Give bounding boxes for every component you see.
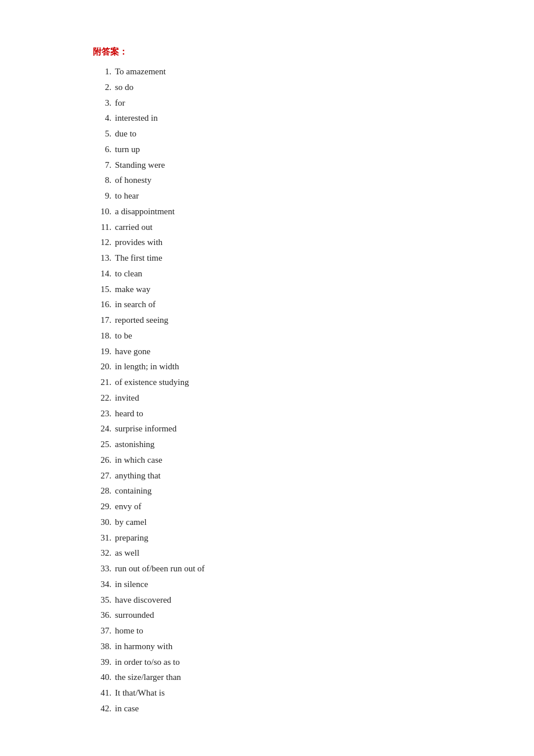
answer-text: so do	[115, 80, 134, 95]
list-item: 25.astonishing	[93, 437, 441, 452]
list-item: 14.to clean	[93, 267, 441, 281]
answer-text: Standing were	[115, 158, 165, 172]
answer-number: 30.	[93, 515, 115, 530]
answer-number: 7.	[93, 158, 115, 172]
answer-text: to hear	[115, 189, 139, 203]
list-item: 23.heard to	[93, 406, 441, 421]
answer-number: 37.	[93, 624, 115, 638]
list-item: 12.provides with	[93, 235, 441, 250]
answer-text: to clean	[115, 267, 142, 281]
answer-number: 13.	[93, 251, 115, 265]
answer-text: in length; in width	[115, 359, 179, 374]
list-item: 7.Standing were	[93, 158, 441, 172]
list-item: 30.by camel	[93, 515, 441, 530]
answer-text: surprise informed	[115, 422, 176, 436]
list-item: 8.of honesty	[93, 173, 441, 188]
answer-number: 27.	[93, 469, 115, 483]
answer-number: 8.	[93, 173, 115, 188]
answer-text: a disappointment	[115, 204, 175, 219]
answer-text: in which case	[115, 453, 163, 467]
answer-number: 16.	[93, 297, 115, 312]
answer-number: 38.	[93, 639, 115, 654]
answer-number: 42.	[93, 701, 115, 716]
list-item: 39.in order to/so as to	[93, 655, 441, 669]
answer-text: provides with	[115, 235, 163, 250]
answer-text: containing	[115, 484, 151, 498]
answer-number: 20.	[93, 359, 115, 374]
answer-number: 5.	[93, 127, 115, 141]
answer-text: interested in	[115, 111, 158, 125]
answer-number: 19.	[93, 344, 115, 359]
answer-text: have gone	[115, 344, 150, 359]
answer-text: in harmony with	[115, 639, 172, 654]
answer-text: of existence studying	[115, 375, 189, 390]
list-item: 11.carried out	[93, 220, 441, 235]
answer-number: 22.	[93, 391, 115, 405]
answer-text: due to	[115, 127, 136, 141]
list-item: 33.run out of/been run out of	[93, 561, 441, 576]
answer-text: in order to/so as to	[115, 655, 180, 669]
answer-text: reported seeing	[115, 313, 168, 327]
list-item: 42.in case	[93, 701, 441, 716]
answer-number: 35.	[93, 593, 115, 607]
answer-text: carried out	[115, 220, 153, 235]
answer-number: 39.	[93, 655, 115, 669]
answer-text: anything that	[115, 469, 161, 483]
answer-text: The first time	[115, 251, 163, 265]
answer-number: 3.	[93, 96, 115, 110]
answer-text: make way	[115, 282, 150, 297]
list-item: 26.in which case	[93, 453, 441, 467]
list-item: 13.The first time	[93, 251, 441, 265]
list-item: 36.surrounded	[93, 608, 441, 622]
answer-text: envy of	[115, 499, 141, 514]
list-item: 4.interested in	[93, 111, 441, 125]
list-item: 17.reported seeing	[93, 313, 441, 327]
answer-number: 6.	[93, 142, 115, 157]
answer-text: in case	[115, 701, 139, 716]
list-item: 40.the size/larger than	[93, 670, 441, 685]
answer-number: 23.	[93, 406, 115, 421]
list-item: 32.as well	[93, 546, 441, 560]
answer-number: 24.	[93, 422, 115, 436]
list-item: 41.It that/What is	[93, 686, 441, 700]
answer-number: 18.	[93, 329, 115, 343]
answer-number: 32.	[93, 546, 115, 560]
answer-list: 1.To amazement2.so do3.for4.interested i…	[93, 64, 441, 716]
answer-text: by camel	[115, 515, 147, 530]
list-item: 16.in search of	[93, 297, 441, 312]
answer-text: invited	[115, 391, 139, 405]
section-title: 附答案：	[93, 46, 441, 57]
list-item: 10.a disappointment	[93, 204, 441, 219]
answer-number: 28.	[93, 484, 115, 498]
answer-number: 26.	[93, 453, 115, 467]
list-item: 6.turn up	[93, 142, 441, 157]
answer-text: in silence	[115, 577, 148, 592]
answer-number: 17.	[93, 313, 115, 327]
answer-text: of honesty	[115, 173, 151, 188]
answer-text: surrounded	[115, 608, 154, 622]
answer-text: to be	[115, 329, 132, 343]
list-item: 29.envy of	[93, 499, 441, 514]
answer-text: have discovered	[115, 593, 171, 607]
answer-text: To amazement	[115, 64, 166, 79]
answer-number: 14.	[93, 267, 115, 281]
answer-number: 36.	[93, 608, 115, 622]
list-item: 20.in length; in width	[93, 359, 441, 374]
answer-number: 41.	[93, 686, 115, 700]
list-item: 18.to be	[93, 329, 441, 343]
answer-text: heard to	[115, 406, 143, 421]
answer-number: 40.	[93, 670, 115, 685]
list-item: 28.containing	[93, 484, 441, 498]
answer-number: 2.	[93, 80, 115, 95]
answer-number: 34.	[93, 577, 115, 592]
list-item: 35.have discovered	[93, 593, 441, 607]
list-item: 31.preparing	[93, 531, 441, 545]
list-item: 37.home to	[93, 624, 441, 638]
answer-text: home to	[115, 624, 143, 638]
answer-number: 21.	[93, 375, 115, 390]
list-item: 15.make way	[93, 282, 441, 297]
answer-number: 10.	[93, 204, 115, 219]
answer-number: 29.	[93, 499, 115, 514]
list-item: 34.in silence	[93, 577, 441, 592]
list-item: 3.for	[93, 96, 441, 110]
